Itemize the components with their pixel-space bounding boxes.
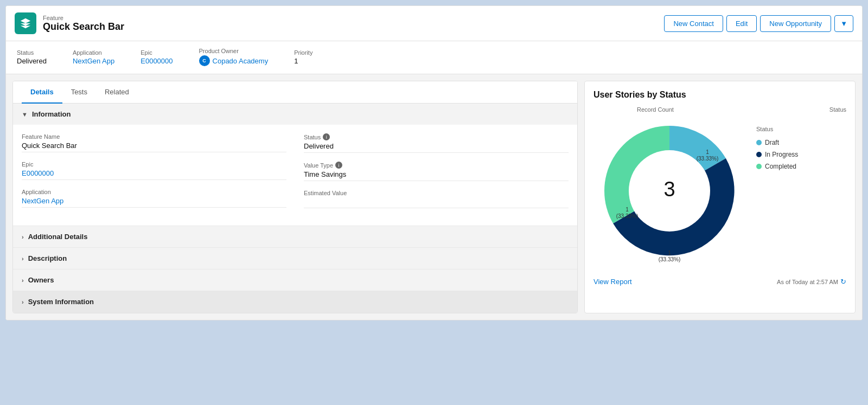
legend-item-draft: Draft (756, 139, 798, 146)
meta-application-link[interactable]: NextGen App (73, 57, 114, 65)
meta-product-owner: Product Owner C Copado Academy (199, 48, 269, 66)
new-opportunity-button[interactable]: New Opportunity (760, 15, 831, 32)
application-label: Application (22, 189, 286, 195)
epic-label: Epic (22, 161, 286, 168)
field-status: Status i Delivered ✎ (304, 133, 569, 153)
section-system-information-header[interactable]: › System Information (13, 291, 577, 312)
value-type-value: Time Savings ✎ (304, 170, 569, 181)
feature-icon (15, 12, 36, 34)
inprogress-label-pct: (33.33%) (659, 256, 681, 262)
header-left: Feature Quick Search Bar (15, 12, 124, 34)
field-feature-name: Feature Name Quick Search Bar ✎ (22, 133, 286, 152)
donut-chart-svg: 3 1 (33.33%) 1 (33.33%) 1 (33.33%) (593, 115, 745, 267)
feature-name-value: Quick Search Bar ✎ (22, 142, 286, 152)
status-info-icon[interactable]: i (323, 133, 330, 140)
chart-area: 3 1 (33.33%) 1 (33.33%) 1 (33.33%) (593, 115, 846, 267)
donut-chart: 3 1 (33.33%) 1 (33.33%) 1 (33.33%) (593, 115, 745, 267)
field-application: Application NextGen App ✎ (22, 189, 286, 208)
section-information: ▼ Information Feature Name Quick Search … (13, 104, 577, 226)
legend-dot-completed (756, 164, 762, 169)
section-description-header[interactable]: › Description (13, 248, 577, 269)
application-value: NextGen App ✎ (22, 197, 286, 208)
tab-tests[interactable]: Tests (62, 81, 96, 104)
legend-dot-in-progress (756, 152, 762, 157)
section-system-information: › System Information (13, 291, 577, 313)
header-subtitle: Feature (43, 15, 124, 21)
chevron-right-icon-3: › (22, 277, 24, 284)
section-information-body: Feature Name Quick Search Bar ✎ Epic E00… (13, 125, 577, 226)
tab-details[interactable]: Details (22, 81, 62, 104)
meta-application: Application NextGen App (73, 49, 114, 65)
meta-status-label: Status (17, 49, 47, 56)
field-estimated-value: Estimated Value ✎ (304, 190, 569, 208)
header-title-block: Feature Quick Search Bar (43, 15, 124, 33)
section-owners-label: Owners (28, 276, 54, 284)
epic-value: E0000000 ✎ (22, 169, 286, 180)
section-additional-details-header[interactable]: › Additional Details (13, 226, 577, 247)
chart-title: User Stories by Status (593, 90, 846, 100)
completed-label-count: 1 (626, 207, 629, 213)
chevron-right-icon: › (22, 234, 24, 240)
status-value: Delivered ✎ (304, 142, 569, 153)
main-container: Feature Quick Search Bar New Contact Edi… (5, 5, 863, 320)
meta-product-owner-label: Product Owner (199, 48, 269, 54)
section-owners-header[interactable]: › Owners (13, 269, 577, 291)
header-title: Quick Search Bar (43, 21, 124, 33)
value-type-label: Value Type i (304, 162, 569, 169)
meta-priority-label: Priority (294, 49, 312, 56)
header-actions: New Contact Edit New Opportunity ▼ (664, 15, 853, 32)
estimated-value-label: Estimated Value (304, 190, 569, 196)
field-value-type: Value Type i Time Savings ✎ (304, 162, 569, 181)
meta-priority-value: 1 (294, 57, 312, 65)
legend-title: Status (756, 126, 798, 132)
draft-label-pct: (33.33%) (697, 156, 719, 162)
chevron-right-icon-4: › (22, 299, 24, 305)
content-area: Details Tests Related ▼ Information Fe (6, 74, 862, 320)
chart-center-text: 3 (663, 178, 675, 201)
legend-label-in-progress: In Progress (765, 151, 798, 158)
chart-status-label: Status (829, 106, 846, 113)
legend-label-completed: Completed (765, 163, 796, 170)
meta-product-owner-link[interactable]: Copado Academy (213, 57, 269, 65)
meta-status-value: Delivered (17, 57, 47, 65)
meta-status: Status Delivered (17, 49, 47, 65)
application-link[interactable]: NextGen App (22, 197, 63, 205)
chevron-right-icon-2: › (22, 255, 24, 262)
right-panel: User Stories by Status Record Count Stat… (584, 81, 856, 313)
tab-related[interactable]: Related (96, 81, 138, 104)
chevron-down-icon: ▼ (22, 111, 28, 118)
section-owners: › Owners (13, 269, 577, 291)
actions-dropdown-button[interactable]: ▼ (834, 15, 853, 32)
tabs: Details Tests Related (13, 81, 577, 104)
meta-epic-label: Epic (141, 49, 173, 56)
section-information-header[interactable]: ▼ Information (13, 104, 577, 125)
record-count-label: Record Count (637, 106, 674, 113)
new-contact-button[interactable]: New Contact (664, 15, 723, 32)
legend-dot-draft (756, 140, 762, 145)
meta-bar: Status Delivered Application NextGen App… (6, 41, 862, 74)
section-system-information-label: System Information (28, 298, 94, 306)
meta-application-label: Application (73, 49, 114, 56)
field-epic: Epic E0000000 ✎ (22, 161, 286, 180)
meta-product-owner-value: C Copado Academy (199, 55, 269, 66)
legend-label-draft: Draft (765, 139, 779, 146)
chart-legend: Status Draft In Progress Completed (756, 115, 798, 170)
left-panel: Details Tests Related ▼ Information Fe (12, 81, 578, 313)
meta-priority: Priority 1 (294, 49, 312, 65)
edit-button[interactable]: Edit (726, 15, 757, 32)
meta-epic-link[interactable]: E0000000 (141, 57, 173, 65)
info-left-column: Feature Name Quick Search Bar ✎ Epic E00… (22, 133, 286, 217)
draft-label-count: 1 (706, 149, 709, 155)
epic-link[interactable]: E0000000 (22, 169, 54, 177)
section-description-label: Description (28, 254, 67, 262)
feature-name-label: Feature Name (22, 133, 286, 140)
status-label: Status i (304, 133, 569, 140)
view-report-link[interactable]: View Report (593, 278, 632, 286)
section-description: › Description (13, 248, 577, 269)
refresh-icon[interactable]: ↻ (840, 278, 846, 286)
value-type-info-icon[interactable]: i (335, 162, 342, 169)
chart-header-labels: Record Count Status (593, 106, 846, 113)
copado-logo-icon: C (199, 55, 210, 66)
inprogress-label-count: 1 (668, 250, 671, 256)
meta-epic: Epic E0000000 (141, 49, 173, 65)
